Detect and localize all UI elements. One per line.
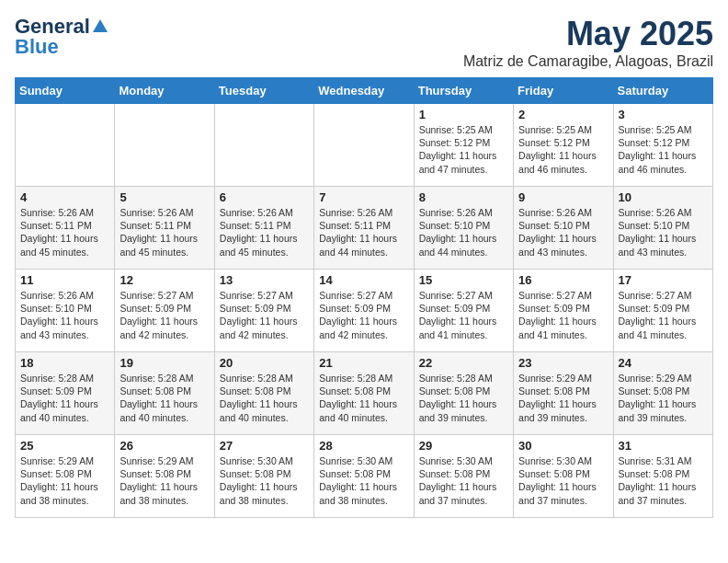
calendar-cell: 11Sunrise: 5:26 AMSunset: 5:10 PMDayligh… [16, 270, 115, 352]
header-sunday: Sunday [16, 78, 115, 104]
calendar-cell: 30Sunrise: 5:30 AMSunset: 5:08 PMDayligh… [514, 435, 613, 518]
day-info: Sunrise: 5:26 AMSunset: 5:10 PMDaylight:… [619, 206, 708, 259]
calendar-cell: 19Sunrise: 5:28 AMSunset: 5:08 PMDayligh… [115, 352, 214, 435]
day-info: Sunrise: 5:29 AMSunset: 5:08 PMDaylight:… [119, 454, 209, 507]
day-info: Sunrise: 5:27 AMSunset: 5:09 PMDaylight:… [419, 289, 508, 341]
day-number: 3 [619, 108, 708, 121]
day-info: Sunrise: 5:29 AMSunset: 5:08 PMDaylight:… [518, 372, 608, 424]
calendar-cell: 23Sunrise: 5:29 AMSunset: 5:08 PMDayligh… [514, 352, 613, 435]
day-number: 8 [419, 190, 508, 204]
day-number: 28 [319, 439, 408, 453]
week-row-4: 18Sunrise: 5:28 AMSunset: 5:09 PMDayligh… [16, 352, 713, 435]
calendar-cell: 3Sunrise: 5:25 AMSunset: 5:12 PMDaylight… [613, 104, 712, 187]
day-info: Sunrise: 5:30 AMSunset: 5:08 PMDaylight:… [518, 454, 608, 507]
calendar-table: SundayMondayTuesdayWednesdayThursdayFrid… [15, 77, 713, 518]
calendar-cell: 24Sunrise: 5:29 AMSunset: 5:08 PMDayligh… [613, 352, 712, 435]
day-number: 11 [20, 273, 109, 287]
day-number: 4 [20, 190, 109, 204]
logo-blue: Blue [15, 35, 59, 59]
header-saturday: Saturday [613, 78, 712, 104]
day-number: 29 [419, 439, 508, 453]
day-info: Sunrise: 5:26 AMSunset: 5:10 PMDaylight:… [419, 206, 508, 259]
calendar-cell: 31Sunrise: 5:31 AMSunset: 5:08 PMDayligh… [613, 435, 712, 518]
svg-marker-0 [93, 19, 108, 32]
day-number: 21 [319, 356, 408, 370]
day-info: Sunrise: 5:25 AMSunset: 5:12 PMDaylight:… [518, 123, 608, 176]
day-number: 17 [619, 273, 708, 287]
calendar-cell: 8Sunrise: 5:26 AMSunset: 5:10 PMDaylight… [414, 187, 513, 270]
calendar-cell: 5Sunrise: 5:26 AMSunset: 5:11 PMDaylight… [115, 187, 214, 270]
day-number: 31 [619, 439, 708, 453]
day-info: Sunrise: 5:26 AMSunset: 5:11 PMDaylight:… [20, 206, 109, 259]
day-info: Sunrise: 5:30 AMSunset: 5:08 PMDaylight:… [220, 454, 309, 507]
day-info: Sunrise: 5:27 AMSunset: 5:09 PMDaylight:… [119, 289, 209, 341]
calendar-cell: 16Sunrise: 5:27 AMSunset: 5:09 PMDayligh… [514, 270, 613, 352]
day-number: 12 [119, 273, 209, 287]
day-number: 13 [220, 273, 309, 287]
calendar-cell: 7Sunrise: 5:26 AMSunset: 5:11 PMDaylight… [314, 187, 414, 270]
day-number: 30 [518, 439, 608, 453]
day-number: 20 [220, 356, 309, 370]
calendar-cell: 22Sunrise: 5:28 AMSunset: 5:08 PMDayligh… [414, 352, 513, 435]
day-number: 2 [518, 108, 608, 121]
day-info: Sunrise: 5:25 AMSunset: 5:12 PMDaylight:… [419, 123, 508, 176]
calendar-cell: 20Sunrise: 5:28 AMSunset: 5:08 PMDayligh… [214, 352, 313, 435]
day-info: Sunrise: 5:28 AMSunset: 5:08 PMDaylight:… [419, 372, 508, 424]
page-header: General Blue May 2025 Matriz de Camaragi… [15, 15, 713, 70]
calendar-cell [115, 104, 214, 187]
week-row-5: 25Sunrise: 5:29 AMSunset: 5:08 PMDayligh… [16, 435, 713, 518]
calendar-cell: 21Sunrise: 5:28 AMSunset: 5:08 PMDayligh… [314, 352, 414, 435]
calendar-cell: 4Sunrise: 5:26 AMSunset: 5:11 PMDaylight… [16, 187, 115, 270]
calendar-cell: 6Sunrise: 5:26 AMSunset: 5:11 PMDaylight… [214, 187, 313, 270]
day-info: Sunrise: 5:27 AMSunset: 5:09 PMDaylight:… [518, 289, 608, 341]
header-wednesday: Wednesday [314, 78, 414, 104]
day-number: 16 [518, 273, 608, 287]
calendar-cell: 25Sunrise: 5:29 AMSunset: 5:08 PMDayligh… [16, 435, 115, 518]
day-info: Sunrise: 5:28 AMSunset: 5:09 PMDaylight:… [20, 372, 109, 424]
header-thursday: Thursday [414, 78, 513, 104]
day-info: Sunrise: 5:28 AMSunset: 5:08 PMDaylight:… [119, 372, 209, 424]
day-number: 9 [518, 190, 608, 204]
header-friday: Friday [514, 78, 613, 104]
day-number: 19 [119, 356, 209, 370]
day-info: Sunrise: 5:27 AMSunset: 5:09 PMDaylight:… [220, 289, 309, 341]
calendar-cell: 29Sunrise: 5:30 AMSunset: 5:08 PMDayligh… [414, 435, 513, 518]
day-number: 23 [518, 356, 608, 370]
calendar-cell [16, 104, 115, 187]
day-number: 24 [619, 356, 708, 370]
day-info: Sunrise: 5:26 AMSunset: 5:10 PMDaylight:… [20, 289, 109, 341]
calendar-cell: 1Sunrise: 5:25 AMSunset: 5:12 PMDaylight… [414, 104, 513, 187]
calendar-cell: 10Sunrise: 5:26 AMSunset: 5:10 PMDayligh… [613, 187, 712, 270]
calendar-cell [314, 104, 414, 187]
day-number: 15 [419, 273, 508, 287]
day-info: Sunrise: 5:30 AMSunset: 5:08 PMDaylight:… [419, 454, 508, 507]
location-subtitle: Matriz de Camaragibe, Alagoas, Brazil [463, 53, 713, 70]
day-info: Sunrise: 5:27 AMSunset: 5:09 PMDaylight:… [319, 289, 408, 341]
calendar-cell: 27Sunrise: 5:30 AMSunset: 5:08 PMDayligh… [214, 435, 313, 518]
calendar-cell: 18Sunrise: 5:28 AMSunset: 5:09 PMDayligh… [16, 352, 115, 435]
calendar-header-row: SundayMondayTuesdayWednesdayThursdayFrid… [16, 78, 713, 104]
day-number: 27 [220, 439, 309, 453]
day-info: Sunrise: 5:28 AMSunset: 5:08 PMDaylight:… [220, 372, 309, 424]
day-info: Sunrise: 5:25 AMSunset: 5:12 PMDaylight:… [619, 123, 708, 176]
day-number: 18 [20, 356, 109, 370]
day-number: 26 [119, 439, 209, 453]
day-info: Sunrise: 5:29 AMSunset: 5:08 PMDaylight:… [20, 454, 109, 507]
day-info: Sunrise: 5:26 AMSunset: 5:10 PMDaylight:… [518, 206, 608, 259]
week-row-3: 11Sunrise: 5:26 AMSunset: 5:10 PMDayligh… [16, 270, 713, 352]
day-info: Sunrise: 5:26 AMSunset: 5:11 PMDaylight:… [319, 206, 408, 259]
header-monday: Monday [115, 78, 214, 104]
day-number: 22 [419, 356, 508, 370]
day-number: 10 [619, 190, 708, 204]
header-tuesday: Tuesday [214, 78, 313, 104]
calendar-cell: 12Sunrise: 5:27 AMSunset: 5:09 PMDayligh… [115, 270, 214, 352]
calendar-cell: 13Sunrise: 5:27 AMSunset: 5:09 PMDayligh… [214, 270, 313, 352]
day-info: Sunrise: 5:28 AMSunset: 5:08 PMDaylight:… [319, 372, 408, 424]
calendar-cell [214, 104, 313, 187]
calendar-cell: 2Sunrise: 5:25 AMSunset: 5:12 PMDaylight… [514, 104, 613, 187]
day-number: 6 [220, 190, 309, 204]
logo-icon [92, 17, 108, 34]
calendar-cell: 14Sunrise: 5:27 AMSunset: 5:09 PMDayligh… [314, 270, 414, 352]
week-row-2: 4Sunrise: 5:26 AMSunset: 5:11 PMDaylight… [16, 187, 713, 270]
calendar-cell: 26Sunrise: 5:29 AMSunset: 5:08 PMDayligh… [115, 435, 214, 518]
